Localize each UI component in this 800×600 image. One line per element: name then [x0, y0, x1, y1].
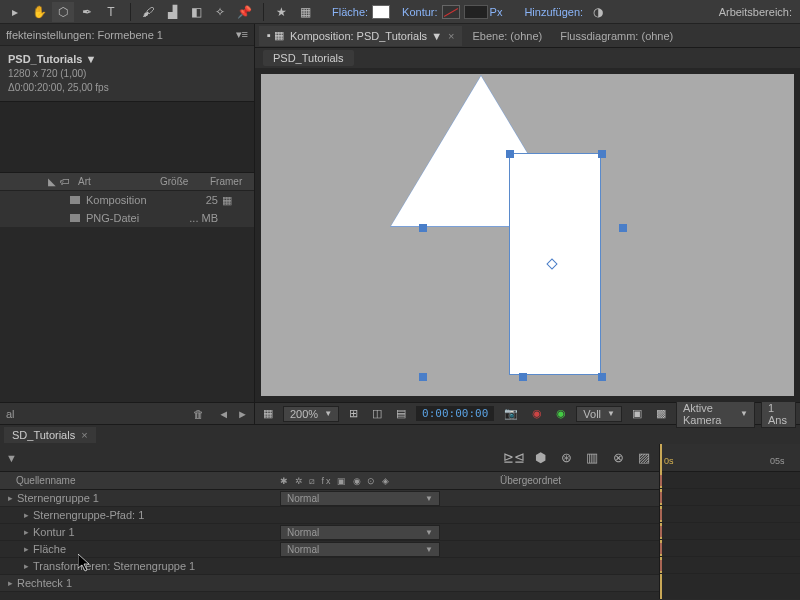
- col-parent[interactable]: Übergeordnet: [500, 475, 659, 486]
- timeline-bar-row[interactable]: [660, 506, 800, 523]
- mask-icon[interactable]: ▤: [392, 407, 410, 420]
- eraser-tool-icon[interactable]: ◧: [185, 2, 207, 22]
- channel-icon[interactable]: ◉: [528, 407, 546, 420]
- project-row-png[interactable]: PNG-Datei ... MB: [0, 209, 254, 227]
- col-art[interactable]: Art: [74, 176, 156, 187]
- motion-blur-icon[interactable]: ▥: [583, 450, 601, 466]
- guides-icon[interactable]: ◫: [368, 407, 386, 420]
- layer-row[interactable]: ▸Rechteck 1: [0, 575, 659, 592]
- twirl-icon[interactable]: ▸: [24, 510, 29, 520]
- camera-dropdown[interactable]: Aktive Kamera▼: [676, 400, 755, 428]
- layer-row[interactable]: ▸Sternengruppe-Pfad: 1: [0, 507, 659, 524]
- panel-menu-icon[interactable]: ▾≡: [236, 28, 248, 41]
- col-frames[interactable]: Framer: [206, 176, 246, 187]
- close-icon[interactable]: ×: [448, 30, 454, 42]
- layer-bar[interactable]: [660, 543, 662, 554]
- time-ruler[interactable]: 0s 05s: [660, 444, 800, 472]
- render-icon[interactable]: ⊛: [557, 450, 575, 466]
- blend-mode-dropdown[interactable]: Normal▼: [280, 491, 440, 506]
- selection-handle[interactable]: [598, 150, 606, 158]
- main-row: ffekteinstellungen: Formebene 1 ▾≡ PSD_T…: [0, 24, 800, 424]
- 3d-icon[interactable]: ⬢: [531, 450, 549, 466]
- col-quellenname[interactable]: Quellenname: [0, 475, 280, 486]
- twirl-icon[interactable]: ▸: [8, 493, 13, 503]
- effects-panel-header[interactable]: ffekteinstellungen: Formebene 1 ▾≡: [0, 24, 254, 46]
- layer-bar[interactable]: [660, 509, 662, 520]
- layer-row[interactable]: ▸Kontur 1Normal▼: [0, 524, 659, 541]
- fill-label: Fläche:: [332, 6, 368, 18]
- timeline-bar-row[interactable]: [660, 540, 800, 557]
- selection-handle[interactable]: [419, 373, 427, 381]
- layer-row[interactable]: ▸FlächeNormal▼: [0, 541, 659, 558]
- puppet-tool-icon[interactable]: 📌: [233, 2, 255, 22]
- stamp-tool-icon[interactable]: ▟: [161, 2, 183, 22]
- grid-icon[interactable]: ▦: [294, 2, 316, 22]
- tab-layer[interactable]: Ebene: (ohne): [464, 26, 550, 46]
- transparency-icon[interactable]: ▩: [652, 407, 670, 420]
- layer-row[interactable]: ▸Sternengruppe 1Normal▼: [0, 490, 659, 507]
- grid-toggle-icon[interactable]: ▦: [259, 407, 277, 420]
- col-groesse[interactable]: Größe: [156, 176, 206, 187]
- pen-tool-icon[interactable]: ✒: [76, 2, 98, 22]
- layer-bar[interactable]: [660, 560, 662, 571]
- timeline-menu-icon[interactable]: ▼: [6, 452, 17, 464]
- scroll-right-icon[interactable]: ►: [237, 408, 248, 420]
- timeline-right: 0s 05s: [660, 444, 800, 599]
- views-dropdown[interactable]: 1 Ans: [761, 400, 796, 428]
- hand-tool-icon[interactable]: ✋: [28, 2, 50, 22]
- selection-handle[interactable]: [419, 224, 427, 232]
- roto-tool-icon[interactable]: ✧: [209, 2, 231, 22]
- twirl-icon[interactable]: ▸: [24, 527, 29, 537]
- fill-swatch[interactable]: [372, 5, 390, 19]
- region-icon[interactable]: ▣: [628, 407, 646, 420]
- timeline-bar-row[interactable]: [660, 472, 800, 489]
- tab-flowchart[interactable]: Flussdiagramm: (ohne): [552, 26, 681, 46]
- selection-handle[interactable]: [519, 373, 527, 381]
- color-icon[interactable]: ◉: [552, 407, 570, 420]
- selection-handle[interactable]: [619, 224, 627, 232]
- breadcrumb-pill[interactable]: PSD_Tutorials: [263, 50, 354, 66]
- frame-blend-icon[interactable]: ▨: [635, 450, 653, 466]
- timeline-bar-row[interactable]: [660, 523, 800, 540]
- close-icon[interactable]: ×: [81, 429, 87, 441]
- png-item-icon: [70, 214, 80, 222]
- res-icon[interactable]: ⊞: [345, 407, 362, 420]
- add-label: Hinzufügen:: [524, 6, 583, 18]
- twirl-icon[interactable]: ▸: [8, 578, 13, 588]
- blend-mode-value: Normal: [287, 493, 319, 504]
- snapshot-icon[interactable]: 📷: [500, 407, 522, 420]
- tab-composition[interactable]: ▪ ▦ Komposition: PSD_Tutorials ▼ ×: [259, 26, 462, 46]
- shape-tool-icon[interactable]: ⬡: [52, 2, 74, 22]
- scroll-left-icon[interactable]: ◄: [218, 408, 229, 420]
- blend-mode-dropdown[interactable]: Normal▼: [280, 542, 440, 557]
- star-icon[interactable]: ★: [270, 2, 292, 22]
- zoom-dropdown[interactable]: 200%▼: [283, 406, 339, 422]
- stroke-width-input[interactable]: [464, 5, 488, 19]
- timecode-display[interactable]: 0:00:00:00: [416, 406, 494, 421]
- layer-name: Rechteck 1: [17, 577, 72, 589]
- brain-icon[interactable]: ⊗: [609, 450, 627, 466]
- blend-mode-dropdown[interactable]: Normal▼: [280, 525, 440, 540]
- composition-viewport[interactable]: [255, 68, 800, 402]
- timeline-tab[interactable]: SD_Tutorials ×: [4, 427, 96, 443]
- twirl-icon[interactable]: ▸: [24, 561, 29, 571]
- brush-tool-icon[interactable]: 🖌: [137, 2, 159, 22]
- type-tool-icon[interactable]: T: [100, 2, 122, 22]
- selection-tool-icon[interactable]: ▸: [4, 2, 26, 22]
- layer-bar[interactable]: [660, 492, 662, 503]
- add-menu-icon[interactable]: ◑: [587, 2, 609, 22]
- layer-bar[interactable]: [660, 526, 662, 537]
- project-row-comp[interactable]: Komposition 25 ▦: [0, 191, 254, 209]
- item-type: Komposition: [86, 194, 172, 206]
- selection-handle[interactable]: [506, 150, 514, 158]
- selection-handle[interactable]: [598, 373, 606, 381]
- layer-bar[interactable]: [660, 475, 662, 486]
- twirl-icon[interactable]: ▸: [24, 544, 29, 554]
- trash-icon[interactable]: 🗑: [193, 408, 204, 420]
- graph-icon[interactable]: ⊵⊴: [505, 450, 523, 466]
- stroke-swatch[interactable]: [442, 5, 460, 19]
- resolution-dropdown[interactable]: Voll▼: [576, 406, 622, 422]
- timeline-bar-row[interactable]: [660, 489, 800, 506]
- layer-row[interactable]: ▸Transformieren: Sternengruppe 1: [0, 558, 659, 575]
- timeline-bar-row[interactable]: [660, 557, 800, 574]
